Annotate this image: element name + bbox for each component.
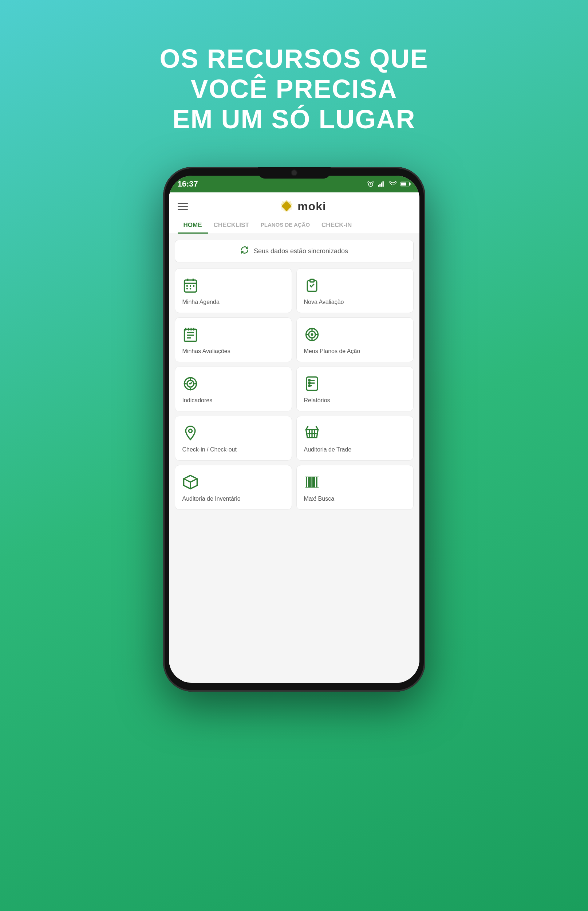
feature-label-minhas-avaliacoes: Minhas Avaliações bbox=[183, 348, 231, 355]
nav-tabs: HOME CHECKLIST PLANOS DE AÇÃO CHECK-IN bbox=[178, 218, 411, 233]
app-header: moki HOME CHECKLIST PLANOS DE AÇÃO CHECK… bbox=[169, 193, 420, 234]
phone-camera bbox=[291, 169, 297, 176]
feature-grid: Minha Agenda Nova Avaliação bbox=[175, 268, 414, 510]
feature-label-nova-avaliacao: Nova Avaliação bbox=[304, 299, 344, 305]
feature-label-auditoria-trade: Auditoria de Trade bbox=[304, 446, 352, 453]
phone-notch bbox=[258, 167, 331, 178]
feature-label-agenda: Minha Agenda bbox=[183, 299, 220, 305]
goal-icon bbox=[183, 376, 199, 394]
svg-rect-4 bbox=[382, 182, 383, 187]
report-icon bbox=[304, 376, 320, 394]
tab-planos[interactable]: PLANOS DE AÇÃO bbox=[255, 218, 316, 233]
feature-label-auditoria-inventario: Auditoria de Inventário bbox=[183, 496, 241, 502]
location-icon bbox=[183, 425, 199, 443]
feature-label-relatorios: Relatórios bbox=[304, 397, 330, 404]
svg-rect-42 bbox=[309, 385, 310, 387]
clipboard-check-icon bbox=[304, 277, 320, 295]
logo-text: moki bbox=[297, 200, 326, 213]
feature-card-minhas-avaliacoes[interactable]: Minhas Avaliações bbox=[175, 318, 292, 362]
feature-label-indicadores: Indicadores bbox=[183, 397, 213, 404]
alarm-icon bbox=[367, 180, 374, 188]
svg-rect-3 bbox=[381, 183, 382, 187]
feature-card-indicadores[interactable]: Indicadores bbox=[175, 366, 292, 412]
list-check-icon bbox=[183, 326, 199, 344]
feature-card-relatorios[interactable]: Relatórios bbox=[296, 366, 414, 412]
feature-card-auditoria-inventario[interactable]: Auditoria de Inventário bbox=[175, 465, 292, 510]
svg-rect-22 bbox=[310, 279, 314, 282]
box-icon bbox=[183, 474, 199, 492]
svg-rect-2 bbox=[380, 184, 380, 187]
svg-rect-6 bbox=[401, 183, 406, 185]
calendar-icon bbox=[183, 277, 199, 295]
tab-checkin[interactable]: CHECK-IN bbox=[316, 218, 357, 233]
hamburger-menu[interactable] bbox=[178, 203, 188, 210]
wifi-icon bbox=[389, 181, 397, 187]
logo-area: moki bbox=[195, 199, 411, 214]
sync-banner: Seus dados estão sincronizados bbox=[175, 240, 414, 263]
app-content: Seus dados estão sincronizados Minha Age… bbox=[169, 234, 420, 683]
tab-checklist[interactable]: CHECKLIST bbox=[208, 218, 255, 233]
sync-text: Seus dados estão sincronizados bbox=[254, 247, 348, 255]
target-icon bbox=[304, 326, 320, 344]
moki-logo-icon bbox=[279, 199, 294, 214]
phone-screen: 16:37 bbox=[169, 176, 420, 683]
barcode-icon bbox=[304, 474, 320, 492]
status-time: 16:37 bbox=[178, 179, 198, 189]
svg-rect-1 bbox=[378, 185, 379, 187]
feature-card-planos-acao[interactable]: Meus Planos de Ação bbox=[296, 318, 414, 362]
page-headline: OS RECURSOS QUE VOCÊ PRECISA EM UM SÓ LU… bbox=[130, 44, 458, 134]
feature-card-checkin[interactable]: Check-in / Check-out bbox=[175, 416, 292, 460]
tab-home[interactable]: HOME bbox=[178, 218, 208, 233]
svg-point-29 bbox=[311, 334, 313, 336]
svg-rect-7 bbox=[409, 183, 410, 185]
feature-card-agenda[interactable]: Minha Agenda bbox=[175, 268, 292, 313]
basket-icon bbox=[304, 425, 320, 443]
feature-card-max-busca[interactable]: Max! Busca bbox=[296, 465, 414, 510]
feature-card-nova-avaliacao[interactable]: Nova Avaliação bbox=[296, 268, 414, 313]
sync-icon bbox=[240, 245, 249, 257]
phone-mockup: 16:37 bbox=[163, 167, 425, 692]
status-icons bbox=[367, 180, 411, 188]
signal-icon bbox=[378, 181, 385, 187]
svg-point-43 bbox=[189, 429, 192, 433]
feature-label-checkin: Check-in / Check-out bbox=[183, 446, 237, 453]
svg-rect-41 bbox=[309, 383, 310, 384]
phone-shell: 16:37 bbox=[163, 167, 425, 692]
feature-card-auditoria-trade[interactable]: Auditoria de Trade bbox=[296, 416, 414, 460]
feature-label-max-busca: Max! Busca bbox=[304, 496, 334, 502]
feature-label-planos-acao: Meus Planos de Ação bbox=[304, 348, 360, 355]
battery-icon bbox=[401, 181, 411, 187]
svg-rect-40 bbox=[309, 380, 310, 381]
